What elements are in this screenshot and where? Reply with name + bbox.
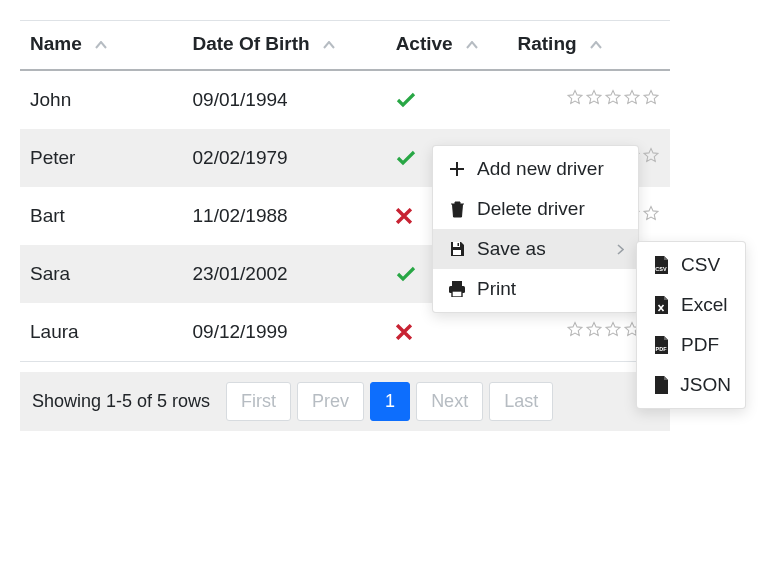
submenu-item-label: JSON: [680, 374, 731, 396]
sort-icon: [466, 41, 478, 49]
sort-icon: [95, 41, 107, 49]
print-icon: [447, 281, 467, 297]
menu-item-label: Delete driver: [477, 198, 585, 220]
column-header-dob-label: Date Of Birth: [193, 33, 310, 54]
svg-rect-7: [452, 291, 462, 297]
submenu-item-label: PDF: [681, 334, 719, 356]
page-last-button[interactable]: Last: [489, 382, 553, 421]
cell-name: Peter: [20, 129, 183, 187]
plus-icon: [447, 161, 467, 177]
star-icon[interactable]: [604, 89, 622, 106]
cell-name: Laura: [20, 303, 183, 362]
column-header-active-label: Active: [396, 33, 453, 54]
cell-active: [386, 70, 508, 129]
file-csv-icon: CSV: [651, 256, 671, 274]
menu-item-add-driver[interactable]: Add new driver: [433, 149, 638, 189]
cell-rating[interactable]: [508, 70, 671, 129]
star-icon[interactable]: [623, 89, 641, 106]
svg-text:PDF: PDF: [656, 346, 668, 352]
cell-name: John: [20, 70, 183, 129]
cross-icon: [396, 324, 498, 340]
save-as-submenu: CSV CSV Excel PDF PDF JSON: [636, 241, 746, 409]
file-excel-icon: [651, 296, 671, 314]
page-number-button[interactable]: 1: [370, 382, 410, 421]
submenu-item-excel[interactable]: Excel: [637, 285, 745, 325]
cell-name: Bart: [20, 187, 183, 245]
check-icon: [396, 92, 498, 108]
star-icon[interactable]: [642, 205, 660, 222]
svg-rect-1: [455, 202, 460, 204]
svg-rect-5: [452, 281, 462, 286]
star-icon[interactable]: [566, 321, 584, 338]
star-icon[interactable]: [585, 321, 603, 338]
file-json-icon: [651, 376, 670, 394]
sort-icon: [590, 41, 602, 49]
column-header-rating[interactable]: Rating: [508, 21, 671, 71]
page-first-button[interactable]: First: [226, 382, 291, 421]
cell-dob: 09/01/1994: [183, 70, 386, 129]
menu-item-delete-driver[interactable]: Delete driver: [433, 189, 638, 229]
column-header-name[interactable]: Name: [20, 21, 183, 71]
star-icon[interactable]: [585, 89, 603, 106]
cell-name: Sara: [20, 245, 183, 303]
star-icon[interactable]: [642, 147, 660, 164]
menu-item-label: Add new driver: [477, 158, 604, 180]
menu-item-label: Save as: [477, 238, 546, 260]
menu-item-save-as[interactable]: Save as: [433, 229, 638, 269]
page-prev-button[interactable]: Prev: [297, 382, 364, 421]
submenu-item-pdf[interactable]: PDF PDF: [637, 325, 745, 365]
star-icon[interactable]: [642, 89, 660, 106]
svg-rect-4: [453, 250, 461, 255]
cell-dob: 02/02/1979: [183, 129, 386, 187]
table-row[interactable]: John09/01/1994: [20, 70, 670, 129]
trash-icon: [447, 201, 467, 218]
submenu-item-label: Excel: [681, 294, 727, 316]
save-icon: [447, 241, 467, 257]
submenu-item-json[interactable]: JSON: [637, 365, 745, 405]
file-pdf-icon: PDF: [651, 336, 671, 354]
pagination-footer: Showing 1-5 of 5 rows First Prev 1 Next …: [20, 372, 670, 431]
column-header-active[interactable]: Active: [386, 21, 508, 71]
column-header-dob[interactable]: Date Of Birth: [183, 21, 386, 71]
context-menu: Add new driver Delete driver Save as Pri…: [432, 145, 639, 313]
star-icon[interactable]: [604, 321, 622, 338]
submenu-item-label: CSV: [681, 254, 720, 276]
menu-item-label: Print: [477, 278, 516, 300]
sort-icon: [323, 41, 335, 49]
menu-item-print[interactable]: Print: [433, 269, 638, 309]
chevron-right-icon: [617, 238, 624, 260]
submenu-item-csv[interactable]: CSV CSV: [637, 245, 745, 285]
column-header-name-label: Name: [30, 33, 82, 54]
star-icon[interactable]: [566, 89, 584, 106]
cell-dob: 23/01/2002: [183, 245, 386, 303]
svg-rect-3: [458, 243, 460, 246]
page-next-button[interactable]: Next: [416, 382, 483, 421]
star-rating[interactable]: [566, 89, 660, 106]
svg-text:CSV: CSV: [655, 266, 667, 272]
pager: First Prev 1 Next Last: [226, 382, 553, 421]
pagination-info: Showing 1-5 of 5 rows: [32, 391, 210, 412]
svg-rect-0: [453, 205, 461, 217]
cell-dob: 11/02/1988: [183, 187, 386, 245]
column-header-rating-label: Rating: [518, 33, 577, 54]
cell-dob: 09/12/1999: [183, 303, 386, 362]
